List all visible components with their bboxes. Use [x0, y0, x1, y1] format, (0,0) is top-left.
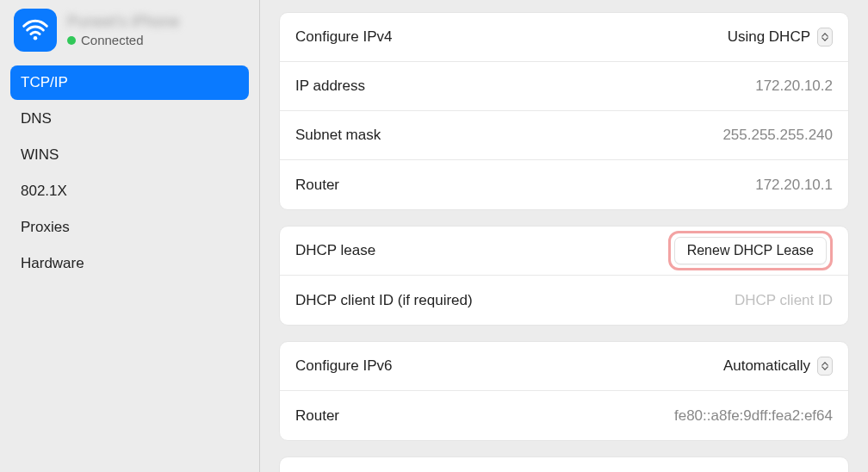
sidebar-item-wins[interactable]: WINS	[10, 138, 249, 172]
ipv4-router-row: Router 172.20.10.1	[280, 160, 848, 209]
dhcp-client-id-input[interactable]: DHCP client ID	[735, 292, 833, 309]
ip-address-label: IP address	[295, 78, 365, 95]
network-header: Puneet's iPhone Connected	[0, 9, 259, 60]
ipv4-group: Configure IPv4 Using DHCP IP address 172…	[279, 12, 849, 210]
status-text: Connected	[81, 33, 144, 47]
connection-status: Connected	[67, 33, 180, 47]
ip-address-value: 172.20.10.2	[755, 78, 833, 95]
sidebar: Puneet's iPhone Connected TCP/IP DNS WIN…	[0, 0, 260, 472]
ipv6-addresses-group: IPv6 address Prefix length	[279, 456, 849, 472]
dhcp-client-id-label: DHCP client ID (if required)	[295, 292, 473, 309]
sidebar-item-hardware[interactable]: Hardware	[10, 246, 249, 281]
sidebar-item-tcpip[interactable]: TCP/IP	[10, 65, 249, 100]
subnet-mask-row: Subnet mask 255.255.255.240	[280, 111, 848, 160]
updown-icon	[817, 28, 833, 47]
renew-highlight: Renew DHCP Lease	[668, 231, 833, 270]
ipv6-group: Configure IPv6 Automatically Router fe80…	[279, 341, 849, 441]
ipv6-addresses-header: IPv6 address Prefix length	[280, 457, 848, 472]
ip-address-row: IP address 172.20.10.2	[280, 62, 848, 111]
configure-ipv4-value: Using DHCP	[728, 28, 810, 46]
sidebar-item-dns[interactable]: DNS	[10, 102, 249, 136]
configure-ipv6-label: Configure IPv6	[295, 357, 392, 375]
main-content: Configure IPv4 Using DHCP IP address 172…	[260, 0, 868, 472]
network-name: Puneet's iPhone	[67, 13, 180, 31]
ipv4-router-value: 172.20.10.1	[755, 177, 833, 194]
ipv6-router-row: Router fe80::a8fe:9dff:fea2:ef64	[280, 391, 848, 440]
ipv4-router-label: Router	[295, 177, 339, 194]
dhcp-client-id-row: DHCP client ID (if required) DHCP client…	[280, 276, 848, 325]
configure-ipv6-value: Automatically	[723, 357, 810, 375]
renew-dhcp-lease-button[interactable]: Renew DHCP Lease	[674, 237, 827, 264]
dhcp-lease-row: DHCP lease Renew DHCP Lease	[280, 227, 848, 276]
configure-ipv4-label: Configure IPv4	[295, 28, 392, 46]
svg-point-0	[34, 36, 38, 40]
sidebar-item-8021x[interactable]: 802.1X	[10, 174, 249, 208]
subnet-mask-value: 255.255.255.240	[722, 127, 833, 144]
configure-ipv6-row: Configure IPv6 Automatically	[280, 342, 848, 391]
status-dot-icon	[67, 36, 76, 45]
sidebar-nav-list: TCP/IP DNS WINS 802.1X Proxies Hardware	[0, 60, 259, 289]
sidebar-item-proxies[interactable]: Proxies	[10, 210, 249, 245]
wifi-icon	[14, 9, 57, 52]
dhcp-group: DHCP lease Renew DHCP Lease DHCP client …	[279, 226, 849, 326]
dhcp-lease-label: DHCP lease	[295, 242, 375, 259]
ipv6-router-value: fe80::a8fe:9dff:fea2:ef64	[674, 407, 833, 425]
updown-icon	[817, 357, 833, 376]
configure-ipv6-select[interactable]: Automatically	[723, 357, 833, 376]
ipv6-router-label: Router	[295, 407, 339, 425]
configure-ipv4-row: Configure IPv4 Using DHCP	[280, 13, 848, 62]
subnet-mask-label: Subnet mask	[295, 127, 381, 144]
configure-ipv4-select[interactable]: Using DHCP	[728, 28, 833, 47]
